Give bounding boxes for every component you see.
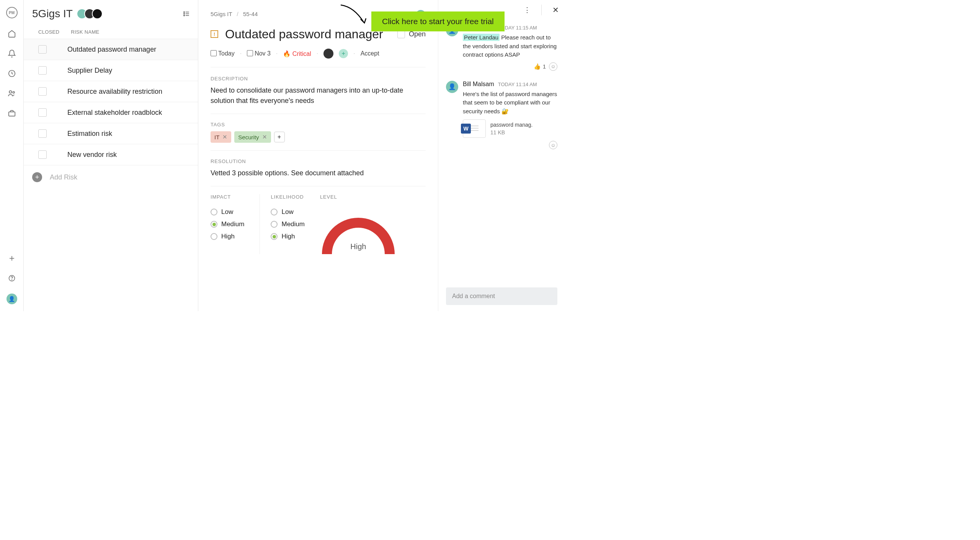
priority[interactable]: 🔥 Critical [283, 50, 311, 57]
svg-point-1 [9, 91, 11, 93]
svg-rect-3 [8, 112, 15, 116]
status-selector[interactable]: Open [397, 30, 426, 38]
attachment[interactable]: W password manag. 11 KB [463, 119, 557, 138]
risk-detail-panel: 5Gigs IT / 55-44 2 1 ! Outdated password… [198, 0, 438, 311]
risk-checkbox[interactable] [38, 45, 47, 54]
help-icon[interactable] [7, 274, 16, 283]
risk-checkbox[interactable] [38, 66, 47, 75]
comment-item: 👤 Bill Malsam TODAY 11:14 AM Here's the … [446, 81, 557, 150]
breadcrumb-project[interactable]: 5Gigs IT [211, 11, 232, 17]
list-view-icon[interactable] [183, 10, 190, 17]
risk-row[interactable]: New vendor risk [24, 144, 198, 165]
risk-row[interactable]: Estimation risk [24, 123, 198, 144]
risk-name: Outdated password manager [67, 46, 156, 54]
project-title: 5Gigs IT [32, 8, 73, 20]
cta-banner[interactable]: Click here to start your free trial [371, 11, 505, 31]
tag-remove-icon[interactable]: ✕ [222, 134, 227, 140]
likelihood-high[interactable]: High [271, 233, 304, 240]
risk-name: Estimation risk [67, 130, 112, 138]
risk-row[interactable]: Supplier Delay [24, 60, 198, 81]
risk-name: Resource availability restriction [67, 88, 162, 96]
comment-time: TODAY 11:14 AM [498, 82, 537, 87]
likelihood-low[interactable]: Low [271, 208, 304, 216]
comments-panel: ⋮ ✕ COMMENTS 👤 Bill Malsam TODAY 11:15 A… [438, 0, 565, 311]
add-reaction-icon[interactable]: ☺ [549, 62, 557, 71]
word-file-icon: W [463, 119, 486, 138]
status-checkbox[interactable] [397, 31, 405, 38]
description-label: DESCRIPTION [211, 76, 426, 82]
date-end[interactable]: Nov 3 [247, 50, 271, 57]
more-menu-icon[interactable]: ⋮ [524, 6, 531, 14]
close-icon[interactable]: ✕ [552, 5, 559, 15]
reaction-thumbs-up[interactable]: 👍 1 [534, 63, 546, 70]
add-circle-icon: + [32, 172, 42, 182]
tag-remove-icon[interactable]: ✕ [262, 134, 267, 140]
svg-point-5 [11, 280, 12, 280]
plus-icon[interactable] [7, 254, 16, 263]
add-tag-button[interactable]: + [274, 132, 285, 142]
risk-row[interactable]: External stakeholder roadblock [24, 102, 198, 123]
resolution-text[interactable]: Vetted 3 possible options. See document … [211, 168, 426, 178]
likelihood-label: LIKELIHOOD [271, 194, 304, 200]
flame-icon: 🔥 [283, 51, 291, 57]
app-logo[interactable]: PM [6, 7, 18, 18]
calendar-icon [211, 50, 217, 56]
home-icon[interactable] [7, 29, 16, 38]
col-name[interactable]: RISK NAME [71, 29, 99, 35]
file-name: password manag. [490, 122, 533, 128]
likelihood-medium[interactable]: Medium [271, 220, 304, 228]
col-closed[interactable]: CLOSED [38, 29, 59, 35]
nav-sidebar: PM 👤 [0, 0, 24, 311]
accept-button[interactable]: Accept [361, 50, 379, 57]
risk-checkbox[interactable] [38, 108, 47, 117]
risk-checkbox[interactable] [38, 150, 47, 159]
risk-name: Supplier Delay [67, 67, 112, 75]
bell-icon[interactable] [7, 49, 16, 58]
svg-point-6 [184, 11, 185, 12]
calendar-icon [247, 50, 253, 56]
add-assignee-button[interactable]: + [339, 49, 348, 58]
resolution-label: RESOLUTION [211, 158, 426, 164]
add-risk-label: Add Risk [50, 173, 77, 181]
risk-list-panel: 5Gigs IT CLOSED RISK NAME Outdated passw… [24, 0, 198, 311]
user-avatar[interactable]: 👤 [7, 294, 17, 304]
risk-row[interactable]: Outdated password manager [24, 39, 198, 60]
mention[interactable]: Peter Landau [463, 34, 500, 41]
assignee-avatar[interactable] [323, 49, 333, 59]
tag-security[interactable]: Security✕ [234, 131, 271, 143]
cta-arrow [337, 3, 371, 30]
file-size: 11 KB [490, 129, 533, 135]
add-reaction-icon[interactable]: ☺ [549, 141, 557, 149]
people-icon[interactable] [7, 89, 16, 98]
impact-label: IMPACT [211, 194, 244, 200]
add-risk-button[interactable]: + Add Risk [24, 165, 198, 189]
risk-name: External stakeholder roadblock [67, 109, 162, 117]
impact-high[interactable]: High [211, 233, 244, 240]
warning-icon: ! [211, 30, 218, 38]
svg-point-2 [13, 91, 15, 93]
comment-avatar[interactable]: 👤 [446, 81, 458, 93]
comment-text: Here's the list of password managers tha… [463, 90, 557, 116]
briefcase-icon[interactable] [7, 109, 16, 118]
impact-low[interactable]: Low [211, 208, 244, 216]
svg-point-8 [184, 15, 185, 16]
comment-input[interactable]: Add a comment [446, 287, 557, 305]
svg-point-7 [184, 13, 185, 14]
risk-checkbox[interactable] [38, 87, 47, 96]
comment-author[interactable]: Bill Malsam [463, 81, 494, 88]
breadcrumb-id[interactable]: 55-44 [243, 11, 258, 17]
date-start[interactable]: Today [211, 50, 235, 57]
description-text[interactable]: Need to consolidate our password manager… [211, 85, 426, 106]
impact-medium[interactable]: Medium [211, 220, 244, 228]
risk-row[interactable]: Resource availability restriction [24, 81, 198, 102]
tag-it[interactable]: IT✕ [211, 131, 231, 143]
project-members[interactable] [80, 8, 103, 19]
clock-icon[interactable] [7, 69, 16, 78]
risk-name: New vendor risk [67, 151, 117, 159]
risk-checkbox[interactable] [38, 129, 47, 138]
level-label: LEVEL [320, 194, 397, 200]
level-gauge: High [320, 208, 397, 254]
level-value: High [350, 242, 366, 251]
tags-label: TAGS [211, 122, 426, 127]
comment-text: Peter Landau Please reach out to the ven… [463, 33, 557, 59]
